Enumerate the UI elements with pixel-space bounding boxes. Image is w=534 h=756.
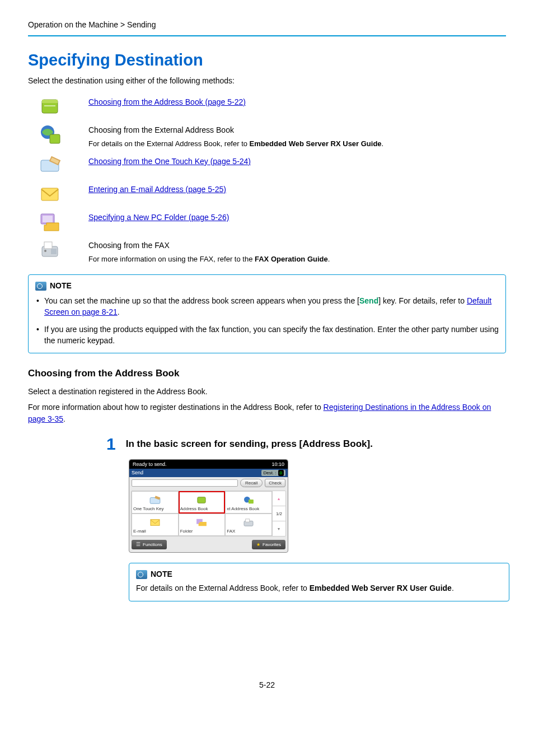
link-email[interactable]: Entering an E-mail Address (page 5-25) <box>88 185 226 194</box>
cell-folder[interactable]: Folder <box>179 514 226 536</box>
method-fax: Choosing from the FAX For more informati… <box>28 236 506 267</box>
page-up[interactable]: ▴ <box>273 491 285 506</box>
svg-rect-12 <box>44 242 52 249</box>
svg-rect-10 <box>43 216 53 222</box>
pager: ▴ 1/2 ▾ <box>272 491 285 536</box>
recall-button[interactable]: Recall <box>240 479 263 487</box>
dest-chip: Dest. : 0 <box>261 470 285 476</box>
note1-item1: You can set the machine up so that the a… <box>35 295 499 318</box>
fax-icon <box>38 238 62 262</box>
page-down[interactable]: ▾ <box>273 521 285 536</box>
external-heading: Choosing from the External Address Book <box>88 125 383 136</box>
step-text: In the basic screen for sending, press [… <box>126 437 373 451</box>
intro-text: Select the destination using either of t… <box>28 76 506 87</box>
address-book-icon <box>38 95 62 118</box>
note-icon <box>136 570 147 579</box>
cell-email[interactable]: E-mail <box>132 514 179 536</box>
svg-rect-13 <box>51 249 57 254</box>
panel-header: Ready to send. 10:10 <box>129 460 288 469</box>
link-pc-folder[interactable]: Specifying a New PC Folder (page 5-26) <box>88 213 229 222</box>
panel-recall-row: Recall Check <box>129 477 288 489</box>
touch-panel-screenshot: Ready to send. 10:10 Send Dest. : 0 Reca… <box>129 459 288 553</box>
method-pc-folder: Specifying a New PC Folder (page 5-26) <box>28 208 506 236</box>
dest-count: 0 <box>278 470 284 476</box>
fax-detail: For more information on using the FAX, r… <box>88 254 330 264</box>
check-button[interactable]: Check <box>265 479 285 487</box>
note-label-2: NOTE <box>136 569 502 580</box>
link-address-book[interactable]: Choosing from the Address Book (page 5-2… <box>88 97 246 106</box>
method-external-address-book: Choosing from the External Address Book … <box>28 120 506 152</box>
panel-footer: ☰Functions ★Favorites <box>129 538 288 552</box>
functions-button[interactable]: ☰Functions <box>132 540 167 549</box>
cell-one-touch[interactable]: One Touch Key <box>132 491 179 514</box>
svg-rect-2 <box>44 105 55 106</box>
svg-rect-17 <box>198 497 205 503</box>
step-1: 1 In the basic screen for sending, press… <box>106 436 506 452</box>
svg-point-14 <box>44 250 46 252</box>
destination-field[interactable] <box>132 479 238 487</box>
external-detail: For details on the External Address Book… <box>88 139 383 149</box>
section-p2: For more information about how to regist… <box>28 402 506 424</box>
email-icon <box>38 182 62 206</box>
note-box-2: NOTE For details on the External Address… <box>129 563 509 601</box>
globe-address-book-icon <box>38 123 62 146</box>
fax-heading: Choosing from the FAX <box>88 240 330 251</box>
svg-rect-1 <box>42 100 58 103</box>
note-icon <box>35 282 46 291</box>
svg-rect-20 <box>151 520 160 526</box>
cell-ext-address-book[interactable]: xt Address Book <box>225 491 272 514</box>
panel-status: Ready to send. <box>133 461 167 468</box>
step-number: 1 <box>106 436 116 452</box>
svg-rect-19 <box>249 500 254 503</box>
panel-time: 10:10 <box>271 461 284 468</box>
svg-rect-8 <box>41 188 58 200</box>
note1-item2: If you are using the products equipped w… <box>35 324 499 347</box>
one-touch-icon <box>38 154 62 178</box>
method-email: Entering an E-mail Address (page 5-25) <box>28 180 506 208</box>
favorites-button[interactable]: ★Favorites <box>252 540 285 549</box>
cell-fax[interactable]: FAX <box>225 514 272 536</box>
breadcrumb: Operation on the Machine > Sending <box>28 20 506 36</box>
destination-methods: Choosing from the Address Book (page 5-2… <box>28 92 506 267</box>
note-box-1: NOTE You can set the machine up so that … <box>28 274 506 353</box>
cell-address-book[interactable]: Address Book <box>179 491 226 514</box>
pc-folder-icon <box>38 210 62 234</box>
link-one-touch[interactable]: Choosing from the One Touch Key (page 5-… <box>88 157 251 166</box>
svg-rect-23 <box>246 519 250 522</box>
method-one-touch: Choosing from the One Touch Key (page 5-… <box>28 152 506 180</box>
page-title: Specifying Destination <box>28 49 506 72</box>
panel-grid: One Touch Key Address Book xt Address Bo… <box>131 491 286 536</box>
svg-rect-4 <box>50 134 60 143</box>
panel-mode: Send <box>132 469 143 477</box>
page-indicator: 1/2 <box>273 506 285 521</box>
method-address-book: Choosing from the Address Book (page 5-2… <box>28 92 506 120</box>
send-key-text: Send <box>359 296 378 305</box>
note-label: NOTE <box>35 281 499 292</box>
note2-text: For details on the External Address Book… <box>136 583 502 594</box>
panel-subheader: Send Dest. : 0 <box>129 469 288 477</box>
section-heading: Choosing from the Address Book <box>28 367 506 380</box>
section-p1: Select a destination registered in the A… <box>28 386 506 397</box>
page-number: 5-22 <box>28 680 506 691</box>
